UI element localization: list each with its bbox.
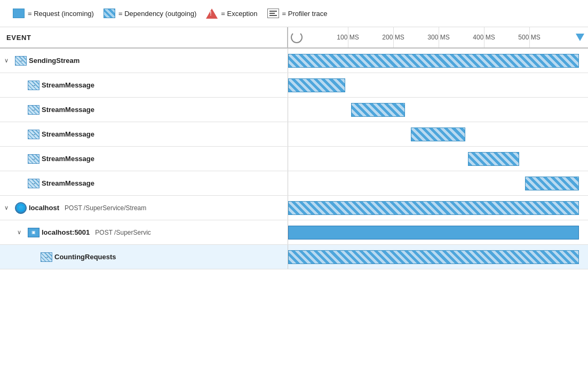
event-name-col: StreamMessage bbox=[0, 73, 288, 97]
table-row: CountingRequests bbox=[0, 245, 588, 269]
legend-exception: = Exception bbox=[206, 7, 257, 19]
timeline-bar bbox=[411, 127, 465, 141]
timeline-bar bbox=[351, 103, 405, 117]
legend-dependency: = Dependency (outgoing) bbox=[104, 9, 196, 18]
profiler-trace-icon bbox=[267, 9, 279, 18]
event-timeline-col bbox=[288, 122, 588, 146]
table-row: StreamMessage bbox=[0, 171, 588, 196]
table-row: ∨SendingStream bbox=[0, 49, 588, 73]
event-column-header: EVENT bbox=[0, 27, 288, 47]
event-name-col: StreamMessage bbox=[0, 122, 288, 146]
event-label: EVENT bbox=[6, 34, 31, 42]
table-row: StreamMessage bbox=[0, 98, 588, 122]
request-icon bbox=[13, 9, 25, 18]
event-label-text: SendingStream bbox=[29, 57, 80, 65]
filter-button[interactable] bbox=[572, 34, 588, 41]
event-name-col: StreamMessage bbox=[0, 147, 288, 171]
table-body: ∨SendingStreamStreamMessageStreamMessage… bbox=[0, 49, 588, 364]
timeline-bar bbox=[525, 177, 579, 190]
dependency-row-icon bbox=[41, 252, 52, 262]
event-label-text: StreamMessage bbox=[42, 106, 94, 114]
timeline-bar bbox=[288, 78, 345, 92]
legend-profiler: = Profiler trace bbox=[267, 9, 328, 18]
event-label-text: CountingRequests bbox=[54, 253, 116, 261]
timeline-bar bbox=[288, 226, 579, 240]
dependency-row-icon bbox=[28, 105, 39, 115]
table-row: StreamMessage bbox=[0, 122, 588, 147]
event-name-col: ∨🌐localhostPOST /SuperService/Stream bbox=[0, 196, 288, 220]
server-icon: ▣ bbox=[28, 228, 39, 237]
dependency-row-icon bbox=[15, 56, 27, 66]
expand-arrow[interactable]: ∨ bbox=[4, 57, 13, 64]
table-row: StreamMessage bbox=[0, 147, 588, 171]
event-name-col: CountingRequests bbox=[0, 245, 288, 269]
dependency-row-icon bbox=[28, 81, 39, 90]
timeline-column-header: 100 MS 200 MS 300 MS 400 MS 500 MS bbox=[288, 27, 588, 47]
timeline-bar bbox=[288, 201, 579, 215]
event-name-col: ∨▣localhost:5001POST /SuperServic bbox=[0, 220, 288, 244]
profiler-line-1 bbox=[269, 11, 277, 12]
legend-request: = Request (incoming) bbox=[13, 9, 94, 18]
legend-dependency-label: = Dependency (outgoing) bbox=[118, 10, 196, 18]
event-timeline-col bbox=[288, 147, 588, 171]
table-header: EVENT 100 MS 200 MS 300 MS 400 MS bbox=[0, 27, 588, 49]
profiler-line-3 bbox=[269, 15, 277, 16]
warning-triangle bbox=[206, 9, 218, 19]
event-label-text: StreamMessage bbox=[42, 179, 94, 187]
timeline-bar bbox=[468, 152, 519, 166]
globe-icon: 🌐 bbox=[15, 202, 27, 214]
legend-exception-label: = Exception bbox=[221, 10, 257, 18]
legend-profiler-label: = Profiler trace bbox=[282, 10, 328, 18]
event-name-col: StreamMessage bbox=[0, 98, 288, 122]
refresh-icon bbox=[291, 31, 303, 43]
filter-icon bbox=[576, 34, 584, 41]
event-timeline-col bbox=[288, 98, 588, 122]
timeline-ticks: 100 MS 200 MS 300 MS 400 MS 500 MS bbox=[305, 27, 572, 47]
dependency-row-icon bbox=[28, 130, 39, 139]
event-label-text: localhost:5001 bbox=[42, 228, 90, 236]
event-label-text: localhost bbox=[29, 204, 59, 212]
profiler-line-2 bbox=[269, 13, 275, 14]
event-timeline-col bbox=[288, 220, 588, 244]
dependency-row-icon bbox=[28, 154, 39, 164]
event-timeline-col bbox=[288, 49, 588, 73]
event-timeline-col bbox=[288, 245, 588, 269]
event-sublabel-text: POST /SuperService/Stream bbox=[65, 204, 146, 212]
table-row: ∨▣localhost:5001POST /SuperServic bbox=[0, 220, 588, 245]
expand-arrow[interactable]: ∨ bbox=[17, 229, 26, 236]
event-label-text: StreamMessage bbox=[42, 81, 94, 89]
event-name-col: ∨SendingStream bbox=[0, 49, 288, 73]
legend-request-label: = Request (incoming) bbox=[28, 10, 94, 18]
timeline-bar bbox=[288, 250, 579, 264]
table-row: ∨🌐localhostPOST /SuperService/Stream bbox=[0, 196, 588, 220]
event-timeline-col bbox=[288, 196, 588, 220]
refresh-button[interactable] bbox=[288, 29, 305, 46]
table-row: StreamMessage bbox=[0, 73, 588, 98]
event-timeline-col bbox=[288, 73, 588, 97]
event-name-col: StreamMessage bbox=[0, 171, 288, 195]
profiler-lines bbox=[269, 11, 277, 16]
dependency-icon bbox=[104, 9, 115, 18]
event-sublabel-text: POST /SuperServic bbox=[95, 229, 150, 236]
expand-arrow[interactable]: ∨ bbox=[4, 204, 13, 211]
main-container: EVENT 100 MS 200 MS 300 MS 400 MS bbox=[0, 27, 588, 364]
dependency-row-icon bbox=[28, 179, 39, 188]
exception-icon bbox=[206, 7, 218, 19]
timeline-bar bbox=[288, 54, 579, 68]
legend-bar: = Request (incoming) = Dependency (outgo… bbox=[0, 0, 588, 27]
event-label-text: StreamMessage bbox=[42, 155, 94, 163]
event-timeline-col bbox=[288, 171, 588, 195]
event-label-text: StreamMessage bbox=[42, 130, 94, 138]
